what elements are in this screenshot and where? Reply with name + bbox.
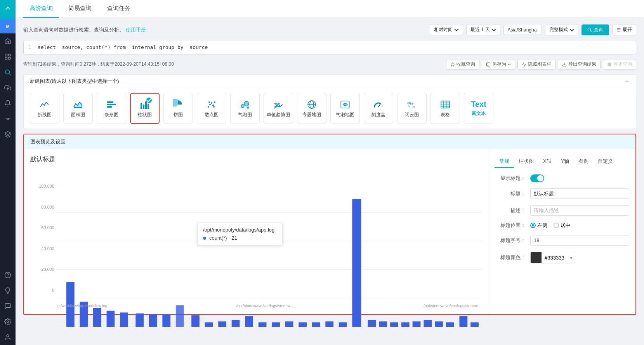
saveas-btn[interactable]: 另存为 <box>482 59 515 70</box>
svg-rect-96 <box>446 322 454 327</box>
chart-type-map[interactable]: 专题地图 <box>297 93 326 124</box>
settings-tab-general[interactable]: 常规 <box>495 155 514 168</box>
sidebar-item-home[interactable] <box>0 33 16 49</box>
query-hint: 输入查询语句对数据进行检索、查询及分析。 使用手册 <box>23 26 146 33</box>
svg-rect-90 <box>379 321 387 327</box>
settings-position-row: 标题位置： 左侧 居中 <box>495 222 629 229</box>
sidebar: M <box>0 0 16 345</box>
chart-type-header: 新建图表(请从以下图表类型中选择一个) <box>24 75 636 88</box>
svg-rect-87 <box>339 322 347 327</box>
tooltip-field: count(*) <box>209 235 227 241</box>
chart-type-bubble-map[interactable]: 气泡地图 <box>330 93 360 124</box>
svg-point-38 <box>208 101 210 103</box>
show-title-toggle[interactable] <box>530 174 544 182</box>
svg-rect-85 <box>312 322 320 327</box>
desc-input[interactable] <box>530 205 629 216</box>
title-label: 标题： <box>495 190 526 197</box>
svg-marker-22 <box>451 63 455 66</box>
collapse-icon[interactable] <box>624 78 630 84</box>
svg-point-33 <box>208 106 209 108</box>
sidebar-item-help[interactable] <box>0 267 16 283</box>
chart-type-scatter[interactable]: 散点图 <box>197 93 226 124</box>
chart-type-pie[interactable]: 饼图 <box>163 93 193 124</box>
svg-point-41 <box>244 101 249 106</box>
fontsize-input[interactable] <box>530 235 629 246</box>
chart-types-list: 折线图 面积图 条形图 <box>24 88 636 129</box>
position-left-radio[interactable]: 左侧 <box>530 222 547 229</box>
manual-link[interactable]: 使用手册 <box>126 27 146 33</box>
tooltip-dot <box>203 237 206 240</box>
sidebar-item-analytics[interactable] <box>0 111 16 127</box>
tab-advanced-query[interactable]: 高阶查询 <box>23 0 59 18</box>
color-select[interactable]: #333333 ▾ <box>530 252 575 263</box>
time-mode-btn[interactable]: 相对时间 <box>430 24 463 35</box>
title-input[interactable] <box>530 188 629 199</box>
sidebar-item-alerts[interactable] <box>0 96 16 111</box>
svg-rect-30 <box>143 105 144 109</box>
sidebar-item-upload[interactable] <box>0 80 16 96</box>
svg-marker-10 <box>5 132 11 135</box>
settings-tab-yaxis[interactable]: Y轴 <box>556 155 574 168</box>
svg-rect-95 <box>435 321 443 327</box>
color-value: #333333 <box>542 255 568 261</box>
settings-desc-row: 描述： <box>495 205 629 216</box>
chart-type-gauge[interactable]: 刻度盘 <box>364 93 393 124</box>
position-center-radio[interactable]: 居中 <box>554 222 571 229</box>
color-swatch <box>531 252 542 263</box>
settings-tab-legend[interactable]: 图例 <box>574 155 593 168</box>
svg-text:fg: fg <box>408 105 410 107</box>
chart-type-trend[interactable]: 36 单值趋势图 <box>264 93 293 124</box>
search-button[interactable]: 查询 <box>582 24 609 35</box>
svg-point-7 <box>7 118 9 120</box>
chart-preview-body: 默认标题 100,000 80,000 60,000 40,000 20,000… <box>24 149 635 314</box>
expand-button[interactable]: 展开 <box>612 24 636 35</box>
svg-rect-94 <box>424 320 432 327</box>
favorite-btn[interactable]: 收藏查询 <box>446 59 479 70</box>
user-avatar[interactable]: M <box>0 19 16 33</box>
svg-rect-29 <box>141 103 142 109</box>
sidebar-item-idea[interactable] <box>0 283 16 298</box>
chart-type-wordcloud[interactable]: ABCdefghi 词云图 <box>397 93 427 124</box>
svg-rect-0 <box>5 54 7 56</box>
show-title-label: 显示标题： <box>495 175 526 182</box>
settings-tabs: 常规 柱状图 X轴 Y轴 图例 自定义 <box>495 155 629 168</box>
sidebar-item-chat[interactable] <box>0 298 16 314</box>
stop-btn[interactable]: 停止查询 <box>603 59 636 70</box>
svg-text:hi: hi <box>413 105 415 108</box>
svg-rect-25 <box>608 63 611 66</box>
sidebar-item-user[interactable] <box>0 329 16 345</box>
export-btn[interactable]: 导出查询结果 <box>558 59 601 70</box>
svg-line-5 <box>9 73 10 75</box>
chart-type-table[interactable]: 表格 <box>430 93 460 124</box>
chart-type-bubble[interactable]: 气泡图 <box>230 93 260 124</box>
radio-left-dot <box>530 223 536 228</box>
tab-simple-query[interactable]: 简易查询 <box>62 0 98 18</box>
chart-type-line[interactable]: 折线图 <box>30 93 59 124</box>
chart-type-section: 新建图表(请从以下图表类型中选择一个) 折线图 面积图 条形图 <box>23 74 636 129</box>
hide-chart-btn[interactable]: 隐藏图表栏 <box>517 59 555 70</box>
line-number: 1 <box>28 44 35 50</box>
settings-tab-custom[interactable]: 自定义 <box>593 155 618 168</box>
chart-type-bar[interactable]: 柱状图 <box>130 93 160 124</box>
tooltip-row: count(*) 21 <box>203 235 277 241</box>
sidebar-item-data[interactable] <box>0 49 16 64</box>
sidebar-item-search[interactable] <box>0 64 16 80</box>
timezone-btn[interactable]: Asia/Shanghai <box>503 25 542 35</box>
position-radio-group: 左侧 居中 <box>530 222 571 229</box>
chart-type-richtext[interactable]: Text 富文本 <box>464 93 493 124</box>
sidebar-item-layers[interactable] <box>0 127 16 142</box>
display-mode-btn[interactable]: 完整模式 <box>545 24 578 35</box>
settings-tab-xaxis[interactable]: X轴 <box>538 155 556 168</box>
sql-editor[interactable]: 1 select _source, count(*) from _interna… <box>23 40 636 54</box>
tab-query-task[interactable]: 查询任务 <box>101 0 137 18</box>
svg-rect-92 <box>401 322 410 327</box>
settings-tab-bar[interactable]: 柱状图 <box>514 155 538 168</box>
svg-rect-75 <box>176 305 184 327</box>
x-axis: pt/workflow/logs/workflow.log /opt/stone… <box>57 304 482 308</box>
svg-point-15 <box>7 321 9 323</box>
chart-type-bar-h[interactable]: 条形图 <box>97 93 126 124</box>
sidebar-item-settings[interactable] <box>0 314 16 329</box>
chart-type-area[interactable]: 面积图 <box>63 93 93 124</box>
toolbar-right: 相对时间 最近 1 天 Asia/Shanghai 完整模式 查询 <box>430 24 636 35</box>
time-range-btn[interactable]: 最近 1 天 <box>466 24 500 35</box>
